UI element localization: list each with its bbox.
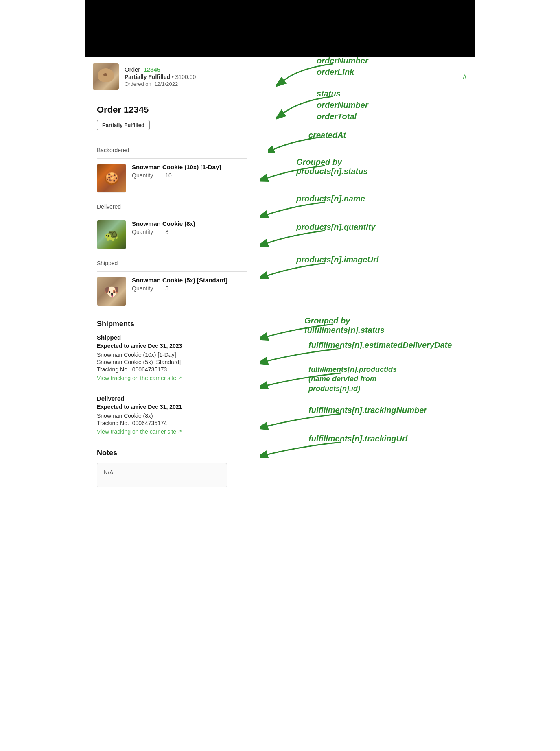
- summary-created-at: 12/1/2022: [154, 81, 178, 87]
- summary-status: Partially Fulfilled: [125, 74, 170, 80]
- external-link-icon-delivered: ↗: [178, 429, 182, 434]
- section-divider-backordered: [97, 158, 247, 159]
- section-divider-delivered: [97, 215, 247, 215]
- annotations-panel: orderNumber orderLink status orderNumber…: [252, 96, 471, 496]
- notes-box: N/A: [97, 463, 227, 487]
- qty-label-shipped: Quantity: [132, 285, 153, 292]
- page-order-title: Order 12345: [97, 105, 247, 115]
- summary-order-label: Order: [125, 66, 140, 73]
- product-row-shipped: Snowman Cookie (5x) [Standard] Quantity …: [97, 277, 247, 310]
- ann-ordernumber-text: orderNumber: [317, 56, 368, 65]
- summary-order-number[interactable]: 12345: [144, 66, 161, 73]
- annotation-product-qty: products[n].quantity: [260, 223, 341, 249]
- ann-createdat-text: createdAt: [308, 131, 346, 140]
- product-details-shipped: Snowman Cookie (5x) [Standard] Quantity …: [132, 277, 247, 292]
- annotation-createdat: createdAt: [268, 129, 333, 155]
- external-link-icon-shipped: ↗: [178, 375, 182, 381]
- qty-value-shipped: 5: [165, 285, 168, 292]
- section-divider-shipped: [97, 271, 247, 272]
- annotation-product-imageurl: products[n].imageUrl: [260, 255, 341, 281]
- shipment-tracking-delivered: Tracking No. 00064735174: [97, 420, 247, 426]
- product-name-backordered: Snowman Cookie (10x) [1-Day]: [132, 164, 247, 170]
- product-image-shipped: [97, 277, 126, 306]
- group-status-backordered: Backordered: [97, 147, 247, 153]
- tracking-number-shipped: 00064735173: [132, 366, 167, 373]
- annotation-grouped-fulfillments: Grouped by fulfillments[n].status: [260, 316, 349, 342]
- summary-ordered-on-label: Ordered on: [125, 81, 151, 87]
- status-badge: Partially Fulfilled: [97, 120, 150, 130]
- summary-order-total: $100.00: [175, 74, 196, 80]
- group-status-delivered: Delivered: [97, 203, 247, 210]
- ann-estimated-delivery-text: fulfillments[n].estimatedDeliveryDate: [308, 341, 452, 350]
- product-qty-delivered: Quantity 8: [132, 229, 247, 235]
- shipment-status-delivered: Delivered: [97, 395, 247, 402]
- ann-ordertotal-text: orderTotal: [317, 111, 357, 122]
- product-name-delivered: Snowman Cookie (8x): [132, 220, 247, 227]
- top-bar: [85, 0, 475, 57]
- qty-label-delivered: Quantity: [132, 229, 153, 235]
- product-qty-backordered: Quantity 10: [132, 172, 247, 179]
- ann-grouped-products-text: Grouped by products[n].status: [296, 157, 368, 176]
- shipment-product-delivered-1: Snowman Cookie (8x): [97, 413, 247, 419]
- product-details-delivered: Snowman Cookie (8x) Quantity 8: [132, 220, 247, 235]
- annotation-product-name: products[n].name: [260, 194, 341, 220]
- ann-tracking-url-text: fulfillments[n].trackingUrl: [308, 434, 407, 443]
- annotation-note: note: [276, 495, 365, 496]
- tracking-label-shipped: Tracking No.: [97, 366, 129, 373]
- ann-product-qty-text: products[n].quantity: [296, 223, 375, 232]
- shipments-section-title: Shipments: [97, 320, 247, 328]
- product-details-backordered: Snowman Cookie (10x) [1-Day] Quantity 10: [132, 164, 247, 179]
- shipment-product-2: Snowman Cookie (5x) [Standard]: [97, 359, 247, 365]
- tracking-link-text-shipped: View tracking on the carrier site: [97, 375, 176, 381]
- qty-label: Quantity: [132, 172, 153, 179]
- ann-note-text: note: [321, 495, 341, 496]
- summary-product-thumb: [93, 63, 119, 90]
- annotation-grouped-products: Grouped by products[n].status: [260, 157, 341, 183]
- shipment-group-shipped: Shipped Expected to arrive Dec 31, 2023 …: [97, 334, 247, 387]
- ann-product-imageurl-text: products[n].imageUrl: [296, 255, 378, 264]
- notes-section: Notes N/A: [97, 449, 247, 487]
- ann-status-text: status: [317, 88, 341, 99]
- shipment-arrival-delivered: Expected to arrive Dec 31, 2021: [97, 404, 247, 410]
- shipment-status-shipped: Shipped: [97, 334, 247, 341]
- ann-orderlink-text: orderLink: [317, 67, 354, 77]
- group-status-shipped: Shipped: [97, 260, 247, 266]
- ann-tracking-number-text: fulfillments[n].trackingNumber: [308, 406, 427, 415]
- ann-grouped-fulfillments-text: Grouped by fulfillments[n].status: [304, 316, 385, 335]
- shipment-arrival-shipped: Expected to arrive Dec 31, 2023: [97, 343, 247, 349]
- qty-value-backordered: 10: [165, 172, 172, 179]
- section-divider: [97, 142, 247, 142]
- tracking-link-text-delivered: View tracking on the carrier site: [97, 428, 176, 435]
- annotation-status-group: status orderNumber orderTotal: [276, 80, 357, 122]
- product-qty-shipped: Quantity 5: [132, 285, 247, 292]
- annotation-tracking-number: fulfillments[n].trackingNumber: [260, 406, 357, 432]
- annotation-estimated-delivery: fulfillments[n].estimatedDeliveryDate: [260, 341, 357, 367]
- product-image-delivered: [97, 220, 126, 249]
- product-row: Snowman Cookie (10x) [1-Day] Quantity 10: [97, 164, 247, 197]
- product-row-delivered: Snowman Cookie (8x) Quantity 8: [97, 220, 247, 253]
- notes-section-title: Notes: [97, 449, 247, 457]
- product-image-backordered: [97, 164, 126, 193]
- ann-ordernumberfield-text: orderNumber: [317, 100, 368, 110]
- annotation-product-ids: fulfillments[n].productIds (name dervied…: [260, 365, 357, 391]
- ann-product-ids-text: fulfillments[n].productIds (name dervied…: [308, 365, 414, 393]
- summary-bullet: •: [172, 74, 175, 80]
- chevron-up-icon[interactable]: ∧: [462, 72, 467, 81]
- annotation-tracking-url: fulfillments[n].trackingUrl: [260, 434, 357, 460]
- shipment-tracking-shipped: Tracking No. 00064735173: [97, 366, 247, 373]
- tracking-number-delivered: 00064735174: [132, 420, 167, 426]
- qty-value-delivered: 8: [165, 229, 168, 235]
- tracking-link-delivered[interactable]: View tracking on the carrier site ↗: [97, 428, 182, 435]
- tracking-link-shipped[interactable]: View tracking on the carrier site ↗: [97, 375, 182, 381]
- shipment-product-1: Snowman Cookie (10x) [1-Day]: [97, 351, 247, 358]
- shipment-group-delivered: Delivered Expected to arrive Dec 31, 202…: [97, 395, 247, 441]
- tracking-label-delivered: Tracking No.: [97, 420, 129, 426]
- ann-product-name-text: products[n].name: [296, 194, 365, 203]
- product-name-shipped: Snowman Cookie (5x) [Standard]: [132, 277, 247, 284]
